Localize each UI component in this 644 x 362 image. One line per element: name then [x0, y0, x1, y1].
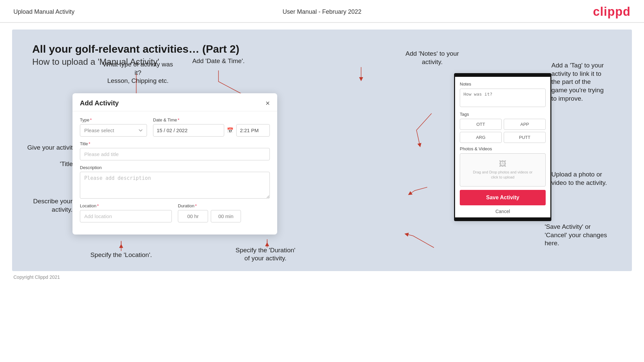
ann-save: 'Save Activity' or'Cancel' your changesh…: [545, 223, 625, 248]
type-label: Type*: [80, 117, 147, 122]
tag-arg[interactable]: ARG: [460, 132, 502, 143]
ann-datetime-text: Add 'Date & Time'.: [192, 57, 245, 64]
duration-hr-input[interactable]: [178, 210, 208, 222]
ann-duration: Specify the 'Duration'of your activity.: [220, 246, 311, 263]
save-section: Save Activity: [455, 190, 550, 205]
tag-ott[interactable]: OTT: [460, 119, 502, 130]
ann-location: Specify the 'Location'.: [88, 251, 155, 259]
main-content: All your golf-relevant activities… (Part…: [12, 30, 632, 271]
description-textarea[interactable]: [80, 172, 270, 199]
modal-header: Add Activity ×: [72, 93, 277, 111]
top-bar: Upload Manual Activity User Manual - Feb…: [0, 0, 644, 23]
save-activity-button[interactable]: Save Activity: [460, 190, 546, 205]
ann-save-text: 'Save Activity' or'Cancel' your changesh…: [545, 223, 607, 247]
notes-textarea[interactable]: [460, 89, 546, 107]
close-button[interactable]: ×: [265, 100, 270, 107]
duration-inputs: [178, 210, 270, 222]
copyright: Copyright Clippd 2021: [13, 274, 60, 280]
datetime-group: Date & Time* 📅: [153, 117, 270, 137]
page-title: All your golf-relevant activities… (Part…: [32, 43, 612, 55]
date-input[interactable]: [153, 124, 224, 137]
calendar-icon[interactable]: 📅: [227, 127, 234, 134]
description-label: Description: [80, 165, 270, 170]
title-group: Title*: [80, 141, 270, 160]
ann-duration-text: Specify the 'Duration'of your activity.: [236, 247, 295, 262]
notes-section-label: Notes: [460, 82, 546, 87]
manual-label: User Manual - February 2022: [283, 8, 361, 15]
modal-title: Add Activity: [80, 99, 119, 107]
add-activity-modal: Add Activity × Type* Please select: [72, 93, 277, 235]
page-label: Upload Manual Activity: [13, 8, 75, 15]
tag-app[interactable]: APP: [504, 119, 546, 130]
ann-tag: Add a 'Tag' to youractivity to link it t…: [551, 61, 625, 103]
ann-upload: Upload a photo orvideo to the activity.: [551, 170, 625, 187]
phone-panel: Notes Tags OTT APP ARG PUTT Photos & Vid…: [454, 73, 551, 221]
date-time-inputs: 📅: [153, 124, 270, 137]
location-group: Location*: [80, 203, 172, 222]
ann-give-title: Give your activity a'Title'.: [22, 144, 76, 168]
ann-describe-text: Describe youractivity.: [33, 198, 72, 213]
ann-what-type: What type of activity was it?Lesson, Chi…: [101, 60, 175, 85]
photos-section-label: Photos & Videos: [460, 146, 546, 151]
phone-inner: Notes Tags OTT APP ARG PUTT Photos & Vid…: [455, 77, 550, 187]
tag-putt[interactable]: PUTT: [504, 132, 546, 143]
description-group: Description: [80, 165, 270, 199]
title-input[interactable]: [80, 148, 270, 160]
ann-describe: Describe youractivity.: [22, 197, 72, 214]
cancel-link[interactable]: Cancel: [455, 205, 550, 217]
phone-top-bar: [455, 74, 550, 77]
datetime-label: Date & Time*: [153, 117, 270, 122]
location-duration-row: Location* Duration*: [80, 203, 270, 222]
upload-box[interactable]: 🖼 Drag and Drop photos and videos orclic…: [460, 153, 546, 187]
phone-bottom-bar: [455, 217, 550, 220]
ann-notes: Add 'Notes' to youractivity.: [400, 50, 464, 66]
upload-icon: 🖼: [463, 160, 543, 168]
ann-datetime: Add 'Date & Time'.: [190, 57, 247, 65]
type-datetime-row: Type* Please select Date & Time* 📅: [80, 117, 270, 137]
type-select[interactable]: Please select: [80, 124, 147, 137]
ann-location-text: Specify the 'Location'.: [90, 251, 152, 258]
tags-grid: OTT APP ARG PUTT: [460, 119, 546, 143]
ann-notes-text: Add 'Notes' to youractivity.: [405, 50, 459, 65]
type-group: Type* Please select: [80, 117, 147, 137]
ann-tag-text: Add a 'Tag' to youractivity to link it t…: [551, 62, 604, 102]
duration-label: Duration*: [178, 203, 270, 208]
upload-text: Drag and Drop photos and videos orclick …: [463, 170, 543, 180]
title-label: Title*: [80, 141, 270, 146]
tags-section-label: Tags: [460, 112, 546, 117]
duration-group: Duration*: [178, 203, 270, 222]
logo: clippd: [593, 5, 631, 19]
duration-min-input[interactable]: [211, 210, 241, 222]
footer: Copyright Clippd 2021: [0, 271, 644, 283]
time-input[interactable]: [236, 124, 270, 137]
ann-what-type-text: What type of activity was it?Lesson, Chi…: [103, 61, 173, 84]
ann-upload-text: Upload a photo orvideo to the activity.: [551, 171, 607, 186]
ann-give-title-text: Give your activity a'Title'.: [27, 144, 76, 167]
location-input[interactable]: [80, 210, 172, 222]
modal-body: Type* Please select Date & Time* 📅: [72, 111, 277, 235]
location-label: Location*: [80, 203, 172, 208]
